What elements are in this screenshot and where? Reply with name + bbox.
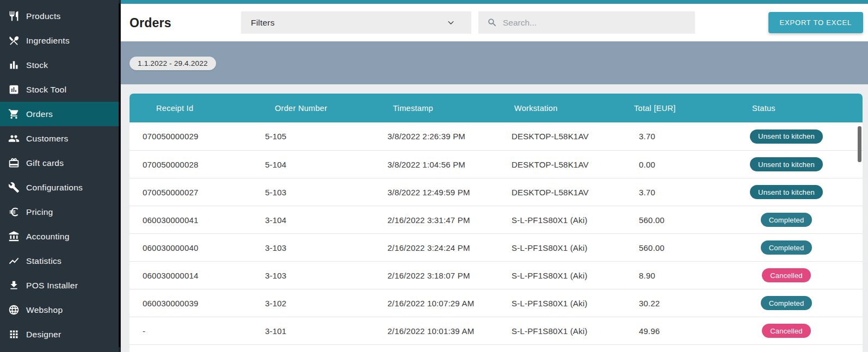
grid-icon [7,328,20,341]
cell-total: 560.00 [612,215,732,225]
filters-dropdown[interactable]: Filters [241,11,471,34]
sidebar-item-products[interactable]: Products [0,4,121,28]
partial-next-row [130,344,863,352]
page-title: Orders [130,15,171,30]
sidebar-item-statistics[interactable]: Statistics [0,249,121,273]
cell-order-number: 3-103 [250,271,370,280]
sidebar-item-label: Products [26,11,61,21]
cell-order-number: 3-104 [250,215,370,225]
status-badge: Unsent to kitchen [750,129,823,144]
sidebar-item-stock-tool[interactable]: Stock Tool [0,77,121,102]
cell-workstation: S-L-PF1S80X1 (Aki) [493,215,612,225]
cart-icon [7,108,20,121]
cell-receipt-id: 070050000029 [130,132,250,141]
sidebar-item-pos-installer[interactable]: POS Installer [0,273,121,298]
cell-status: Unsent to kitchen [732,157,863,171]
search-box [478,11,695,34]
column-header-total: Total [EUR] [612,104,732,113]
sidebar-item-configurations[interactable]: Configurations [0,175,121,200]
sidebar-item-label: Webshop [26,305,63,315]
sidebar-item-label: Accounting [26,232,70,242]
sidebar-item-customers[interactable]: Customers [0,126,121,151]
euro-icon [7,206,20,219]
cell-order-number: 5-105 [250,132,370,141]
cell-total: 30.22 [612,299,732,308]
table-row[interactable]: - 3-101 2/16/2022 10:01:39 AM S-L-PF1S80… [130,317,863,344]
table-row[interactable]: 060030000041 3-104 2/16/2022 3:31:47 PM … [130,206,863,233]
cell-timestamp: 2/16/2022 3:18:07 PM [370,271,493,280]
cell-total: 49.96 [612,326,732,336]
bar-chart-icon [7,59,20,72]
table-row[interactable]: 070050000027 5-103 3/8/2022 12:49:59 PM … [130,178,863,206]
status-badge: Completed [761,240,812,255]
cell-timestamp: 2/16/2022 3:31:47 PM [370,215,493,225]
sidebar-item-label: Configurations [26,183,83,193]
cell-workstation: S-L-PF1S80X1 (Aki) [493,326,612,336]
cell-receipt-id: 070050000028 [130,160,250,169]
restaurant-icon [7,10,20,23]
table-row[interactable]: 060030000039 3-102 2/16/2022 10:07:29 AM… [130,289,863,317]
table-row[interactable]: 060030000014 3-103 2/16/2022 3:18:07 PM … [130,261,863,289]
sidebar-item-accounting[interactable]: Accounting [0,224,121,249]
cell-status: Completed [732,240,863,255]
cell-workstation: DESKTOP-L58K1AV [493,160,612,169]
globe-icon [7,304,20,317]
cell-status: Cancelled [732,268,863,282]
column-header-receipt-id: Receipt Id [130,104,250,113]
sidebar-item-label: POS Installer [26,281,78,291]
sidebar-item-designer[interactable]: Designer [0,322,121,347]
sidebar-item-label: Customers [26,134,69,144]
sidebar-item-ingredients[interactable]: Ingredients [0,28,121,53]
column-header-order-number: Order Number [250,104,370,113]
cell-receipt-id: 070050000027 [130,188,250,197]
cell-workstation: S-L-PF1S80X1 (Aki) [493,299,612,308]
cell-order-number: 3-101 [250,326,370,336]
cell-timestamp: 3/8/2022 12:49:59 PM [370,188,493,197]
cell-workstation: DESKTOP-L58K1AV [493,132,612,141]
cell-total: 560.00 [612,243,732,252]
cell-order-number: 5-103 [250,188,370,197]
top-accent-strip [121,0,868,4]
cell-total: 0.00 [612,160,732,169]
cell-status: Completed [732,296,863,310]
download-icon [7,279,20,292]
status-badge: Cancelled [762,324,811,338]
table-scrollbar-thumb[interactable] [858,126,861,162]
filter-band: 1.1.2022 - 29.4.2022 [121,41,868,84]
sidebar-scrollbar-thumb[interactable] [119,3,120,347]
status-badge: Completed [761,296,812,310]
sidebar-item-label: Designer [26,330,61,339]
table-body: 070050000029 5-105 3/8/2022 2:26:39 PM D… [130,122,863,344]
stock-tool-icon [7,83,20,96]
sidebar-item-label: Orders [26,109,53,119]
sidebar-item-gift-cards[interactable]: Gift cards [0,151,121,175]
wrench-icon [7,181,20,194]
sidebar-item-pricing[interactable]: Pricing [0,200,121,224]
orders-table: Receipt Id Order Number Timestamp Workst… [130,94,863,352]
table-row[interactable]: 070050000028 5-104 3/8/2022 1:04:56 PM D… [130,150,863,178]
gift-card-icon [7,157,20,170]
cell-receipt-id: - [130,326,250,336]
search-input[interactable] [503,18,688,28]
date-range-chip[interactable]: 1.1.2022 - 29.4.2022 [130,57,216,70]
export-to-excel-button[interactable]: EXPORT TO EXCEL [768,12,863,33]
table-row[interactable]: 070050000029 5-105 3/8/2022 2:26:39 PM D… [130,122,863,150]
bank-icon [7,230,20,243]
sidebar-item-orders[interactable]: Orders [0,102,121,126]
cell-receipt-id: 060030000040 [130,243,250,252]
sidebar-item-webshop[interactable]: Webshop [0,298,121,322]
sidebar-item-stock[interactable]: Stock [0,53,121,77]
page-header: Orders Filters EXPORT TO EXCEL [121,4,868,41]
cell-status: Cancelled [732,324,863,338]
cell-workstation: S-L-PF1S80X1 (Aki) [493,271,612,280]
sidebar-item-label: Stock [26,60,48,70]
sidebar-item-label: Ingredients [26,36,70,46]
filters-dropdown-label: Filters [251,18,447,28]
cell-receipt-id: 060030000039 [130,299,250,308]
cell-total: 3.70 [612,132,732,141]
table-row[interactable]: 060030000040 3-103 2/16/2022 3:24:24 PM … [130,233,863,261]
app-window: Products Ingredients Stock Stock Tool Or… [0,0,868,352]
table-header-row: Receipt Id Order Number Timestamp Workst… [130,94,863,122]
cell-receipt-id: 060030000014 [130,271,250,280]
cell-order-number: 3-103 [250,243,370,252]
